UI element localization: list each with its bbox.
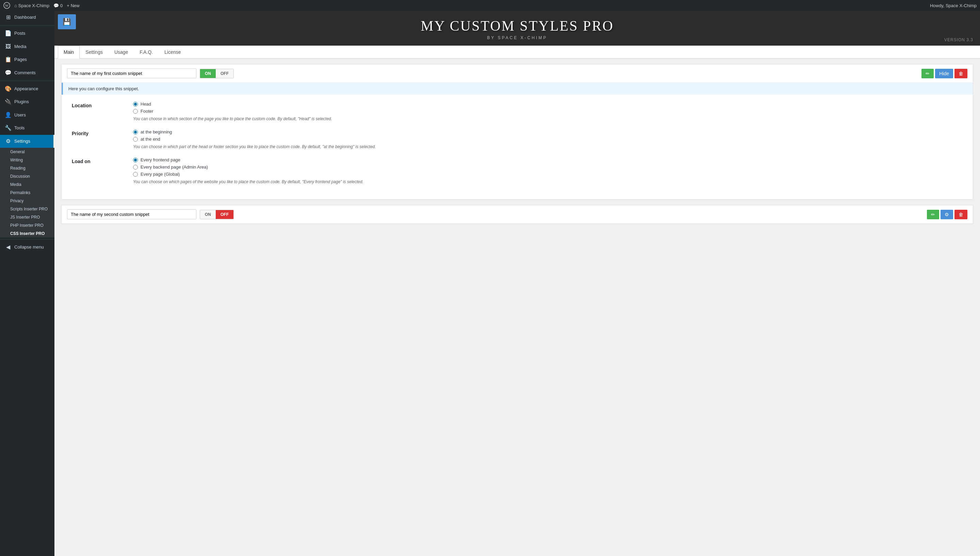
sidebar-item-tools[interactable]: 🔧 Tools xyxy=(0,121,55,134)
site-name: Space X-Chimp xyxy=(18,3,49,8)
sidebar-item-media[interactable]: 🖼 Media xyxy=(0,40,55,53)
tab-usage[interactable]: Usage xyxy=(108,45,134,58)
submenu-item-discussion[interactable]: Discussion xyxy=(0,172,55,181)
location-footer-label[interactable]: Footer xyxy=(133,108,966,114)
snippet-1-off-button[interactable]: OFF xyxy=(216,69,234,78)
snippet-1-hide-button[interactable]: Hide xyxy=(935,69,953,78)
snippet-1-body: Location Head Footer You can choose in w… xyxy=(61,95,973,199)
wp-logo-link[interactable]: W xyxy=(3,2,10,9)
loadon-backend-radio[interactable] xyxy=(133,165,138,170)
snippet-2-settings-button[interactable]: ⚙ xyxy=(941,210,953,219)
snippet-1-priority-row: Priority at the beginning at the end You… xyxy=(72,129,966,149)
tab-main[interactable]: Main xyxy=(58,45,80,58)
location-hint: You can choose in which section of the p… xyxy=(133,116,966,121)
comments-count: 0 xyxy=(60,3,63,8)
sidebar-item-pages[interactable]: 📋 Pages xyxy=(0,53,55,66)
submenu-item-scripts-inserter[interactable]: Scripts Inserter PRO xyxy=(0,205,55,213)
sidebar: ⊞ Dashboard 📄 Posts 🖼 Media 📋 Pages 💬 Co… xyxy=(0,11,55,556)
submenu-item-reading[interactable]: Reading xyxy=(0,164,55,172)
sidebar-item-dashboard[interactable]: ⊞ Dashboard xyxy=(0,11,55,24)
snippet-1-delete-button[interactable]: 🗑 xyxy=(954,69,967,78)
dashboard-icon: ⊞ xyxy=(5,14,11,21)
new-content-link[interactable]: + New xyxy=(67,3,80,8)
sidebar-item-label: Plugins xyxy=(14,99,29,105)
plugin-title: MY CUSTOM STYLES PRO xyxy=(61,18,973,34)
snippet-1-name-input[interactable] xyxy=(67,68,196,78)
location-head-label[interactable]: Head xyxy=(133,102,966,107)
tools-icon: 🔧 xyxy=(5,124,11,132)
sidebar-item-label: Dashboard xyxy=(14,14,36,20)
loadon-frontend-radio[interactable] xyxy=(133,158,138,162)
site-name-link[interactable]: ⌂ Space X-Chimp xyxy=(14,3,49,8)
sidebar-item-posts[interactable]: 📄 Posts xyxy=(0,27,55,40)
sidebar-item-label: Settings xyxy=(14,138,30,144)
priority-beginning-radio[interactable] xyxy=(133,130,138,134)
snippet-1-info: Here you can configure this snippet. xyxy=(61,83,973,95)
snippet-1-info-text: Here you can configure this snippet. xyxy=(68,86,139,91)
priority-field: at the beginning at the end You can choo… xyxy=(133,129,966,149)
save-header-button[interactable]: 💾 xyxy=(58,14,76,29)
snippet-2-delete-button[interactable]: 🗑 xyxy=(954,210,967,219)
snippet-2-actions: ✏ ⚙ 🗑 xyxy=(927,210,967,219)
submenu-item-js-inserter[interactable]: JS Inserter PRO xyxy=(0,213,55,221)
submenu-item-php-inserter[interactable]: PHP Inserter PRO xyxy=(0,221,55,230)
submenu-item-media[interactable]: Media xyxy=(0,181,55,189)
collapse-menu-button[interactable]: ◀ Collapse menu xyxy=(0,241,55,254)
snippet-2-edit-button[interactable]: ✏ xyxy=(927,210,939,219)
sidebar-item-label: Comments xyxy=(14,70,36,76)
submenu-item-css-inserter[interactable]: CSS Inserter PRO xyxy=(0,230,55,238)
comments-icon: 💬 xyxy=(5,69,11,77)
loadon-global-label[interactable]: Every page (Global) xyxy=(133,171,966,177)
sidebar-item-settings[interactable]: ⚙ Settings xyxy=(0,135,55,148)
posts-icon: 📄 xyxy=(5,30,11,37)
media-icon: 🖼 xyxy=(5,43,11,50)
comments-link[interactable]: 💬 0 xyxy=(53,3,63,8)
snippet-2-header: ON OFF ✏ ⚙ 🗑 xyxy=(61,205,973,224)
loadon-backend-label[interactable]: Every backend page (Admin Area) xyxy=(133,165,966,170)
sidebar-item-plugins[interactable]: 🔌 Plugins xyxy=(0,95,55,108)
users-icon: 👤 xyxy=(5,112,11,119)
submenu-item-general[interactable]: General xyxy=(0,148,55,156)
snippet-2-toggle: ON OFF xyxy=(200,210,234,219)
loadon-frontend-label[interactable]: Every frontend page xyxy=(133,157,966,162)
priority-end-radio[interactable] xyxy=(133,137,138,142)
priority-beginning-text: at the beginning xyxy=(140,129,172,134)
loadon-hint: You can choose on which pages of the web… xyxy=(133,179,966,184)
plugin-version: VERSION 3.3 xyxy=(944,37,973,42)
content-wrap: ON OFF ✏ Hide 🗑 Here you can configure t… xyxy=(55,58,980,235)
snippet-2-on-button[interactable]: ON xyxy=(200,210,216,219)
location-footer-radio[interactable] xyxy=(133,109,138,114)
loadon-global-radio[interactable] xyxy=(133,172,138,177)
snippet-2-off-button[interactable]: OFF xyxy=(216,210,234,219)
tab-settings[interactable]: Settings xyxy=(80,45,108,58)
tab-faq[interactable]: F.A.Q. xyxy=(134,45,159,58)
main-content: 💾 MY CUSTOM STYLES PRO BY SPACE X-CHIMP … xyxy=(55,11,980,556)
sidebar-item-label: Appearance xyxy=(14,86,38,92)
submenu-item-writing[interactable]: Writing xyxy=(0,156,55,164)
appearance-icon: 🎨 xyxy=(5,85,11,93)
priority-end-text: at the end xyxy=(140,137,160,142)
snippet-1-edit-button[interactable]: ✏ xyxy=(922,69,934,78)
sidebar-item-appearance[interactable]: 🎨 Appearance xyxy=(0,82,55,95)
settings-icon: ⚙ xyxy=(5,137,11,145)
priority-beginning-label[interactable]: at the beginning xyxy=(133,129,966,134)
howdy-text: Howdy, Space X-Chimp xyxy=(930,3,977,8)
location-head-text: Head xyxy=(140,102,151,107)
collapse-icon: ◀ xyxy=(5,244,11,251)
tab-license[interactable]: License xyxy=(159,45,187,58)
location-head-radio[interactable] xyxy=(133,102,138,107)
snippet-1-actions: ✏ Hide 🗑 xyxy=(922,69,967,78)
admin-bar: W ⌂ Space X-Chimp 💬 0 + New Howdy, Space… xyxy=(0,0,980,11)
snippet-1-on-button[interactable]: ON xyxy=(200,69,216,78)
sidebar-item-users[interactable]: 👤 Users xyxy=(0,108,55,121)
new-label: New xyxy=(71,3,80,8)
sidebar-item-comments[interactable]: 💬 Comments xyxy=(0,66,55,79)
snippet-2-name-input[interactable] xyxy=(67,209,196,219)
priority-end-label[interactable]: at the end xyxy=(133,137,966,142)
submenu-item-permalinks[interactable]: Permalinks xyxy=(0,189,55,197)
snippet-card-1: ON OFF ✏ Hide 🗑 Here you can configure t… xyxy=(61,64,973,199)
snippet-1-header: ON OFF ✏ Hide 🗑 xyxy=(61,65,973,83)
location-label: Location xyxy=(72,102,133,108)
submenu-item-privacy[interactable]: Privacy xyxy=(0,197,55,205)
collapse-label: Collapse menu xyxy=(14,244,44,250)
